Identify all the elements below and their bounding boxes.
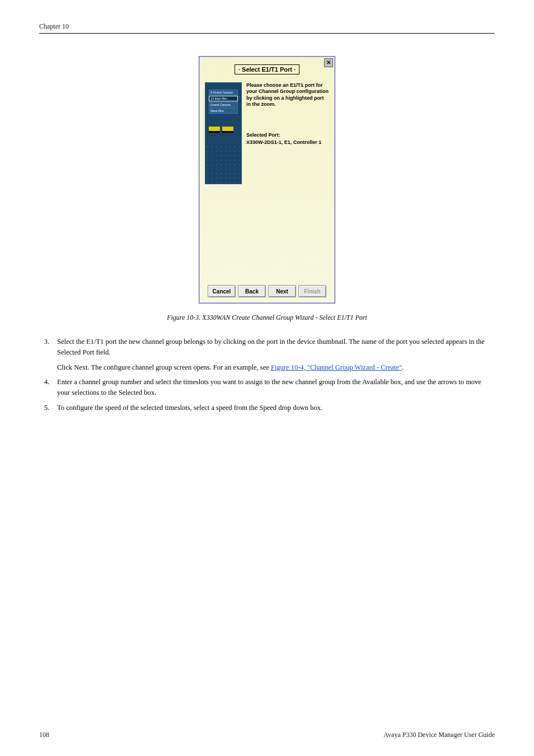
port-group-a[interactable] <box>209 127 220 133</box>
steps-list: 3. Select the E1/T1 port the new channel… <box>39 337 495 413</box>
step-text: Enter a channel group number and select … <box>57 377 495 398</box>
figure-link[interactable]: Figure 10-4, "Channel Group Wizard - Cre… <box>271 363 402 371</box>
selected-port-block: Selected Port: X330W-2DS1-1, E1, Control… <box>246 132 329 146</box>
dialog-button-row: Cancel Back Next Finish <box>199 285 335 297</box>
next-button[interactable]: Next <box>268 285 296 297</box>
step-number: 3. <box>39 337 49 358</box>
step-text: Select the E1/T1 port the new channel gr… <box>57 337 495 358</box>
step-number: 5. <box>39 403 49 413</box>
port-icon[interactable] <box>231 127 233 133</box>
step-3-sub-pre: Click Next. The configure channel group … <box>57 363 271 371</box>
step-number: 4. <box>39 377 49 398</box>
close-icon[interactable]: ✕ <box>324 58 333 67</box>
dialog-title: · Select E1/T1 Port · <box>235 64 299 74</box>
step-4: 4. Enter a channel group number and sele… <box>39 377 495 398</box>
selected-port-label: Selected Port: <box>246 132 329 138</box>
step-3-sub: Click Next. The configure channel group … <box>57 362 495 373</box>
figure-container: ✕ · Select E1/T1 Port · 6 Grand Canyon 1… <box>39 56 495 304</box>
figure-caption: Figure 10-3. X330WAN Create Channel Grou… <box>39 314 495 322</box>
page-number: 108 <box>39 731 49 739</box>
step-text: To configure the speed of the selected t… <box>57 403 322 413</box>
map-slot-3[interactable]: West Rim <box>209 108 238 114</box>
port-icon[interactable] <box>217 127 220 133</box>
dialog-body: 6 Grand Canyon 13 East Rim Grand Canyon … <box>199 74 335 184</box>
map-labels: 6 Grand Canyon 13 East Rim Grand Canyon … <box>209 90 238 114</box>
chapter-label: Chapter 10 <box>39 22 495 31</box>
map-slot-2[interactable]: Grand Canyon <box>209 102 238 108</box>
dialog-title-wrap: · Select E1/T1 Port · <box>199 64 335 74</box>
port-group-b[interactable] <box>222 127 233 133</box>
pattern-deco <box>205 144 241 184</box>
wizard-dialog: ✕ · Select E1/T1 Port · 6 Grand Canyon 1… <box>199 56 335 304</box>
dialog-instructions: Please choose an E1/T1 port for your Cha… <box>246 82 329 184</box>
header-rule <box>39 33 495 34</box>
page-footer: 108 Avaya P330 Device Manager User Guide <box>39 731 495 739</box>
map-slot-1[interactable]: 13 East Rim <box>209 96 238 101</box>
step-3: 3. Select the E1/T1 port the new channel… <box>39 337 495 358</box>
port-row <box>209 127 233 133</box>
doc-title: Avaya P330 Device Manager User Guide <box>383 731 495 739</box>
selected-port-value: X330W-2DS1-1, E1, Controller 1 <box>246 139 329 146</box>
device-zoom-panel[interactable]: 6 Grand Canyon 13 East Rim Grand Canyon … <box>205 82 242 184</box>
cancel-button[interactable]: Cancel <box>208 285 236 297</box>
back-button[interactable]: Back <box>238 285 266 297</box>
instruction-text: Please choose an E1/T1 port for your Cha… <box>246 82 329 108</box>
finish-button: Finish <box>298 285 326 297</box>
step-3-sub-post: . <box>402 363 404 371</box>
map-slot-0[interactable]: 6 Grand Canyon <box>209 90 238 95</box>
step-5: 5. To configure the speed of the selecte… <box>39 403 495 413</box>
